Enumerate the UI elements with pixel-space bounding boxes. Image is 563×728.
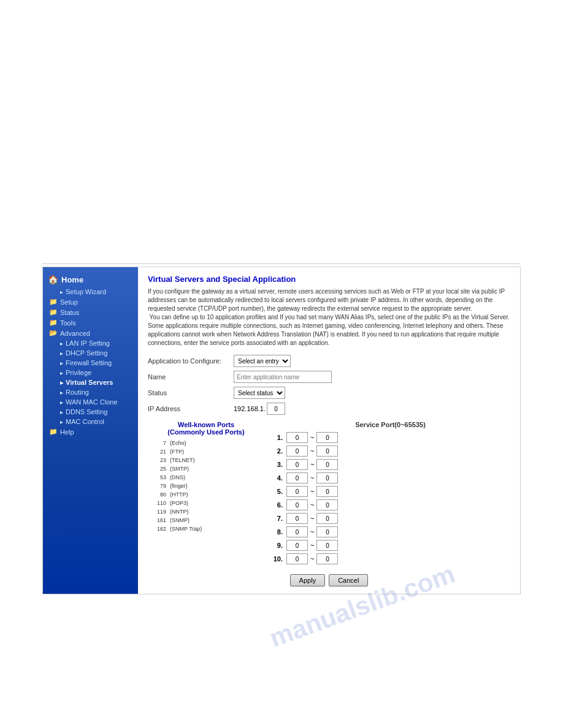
arrow-icon: ▸ <box>60 409 63 415</box>
port-to-input[interactable] <box>316 540 338 551</box>
port-number: 161 <box>149 517 167 524</box>
port-from-input[interactable] <box>286 540 308 551</box>
port-name: (FTP) <box>169 448 263 455</box>
name-row: Name <box>148 371 510 383</box>
well-known-row: 119(NNTP) <box>149 508 263 515</box>
app-configure-row: Application to Configure: Select an entr… <box>148 355 510 367</box>
port-to-input[interactable] <box>316 499 338 510</box>
sidebar-item-status[interactable]: 📁 Status <box>43 307 138 317</box>
sidebar-home[interactable]: 🏠 Home <box>43 272 138 287</box>
port-from-input[interactable] <box>286 553 308 564</box>
port-from-input[interactable] <box>286 472 308 483</box>
port-from-input[interactable] <box>286 459 308 470</box>
port-number: 53 <box>149 474 167 481</box>
port-from-input[interactable] <box>286 446 308 457</box>
name-input[interactable] <box>234 371 332 383</box>
port-from-input[interactable] <box>286 513 308 524</box>
page-title: Virtual Servers and Special Application <box>148 275 510 284</box>
sidebar-item-routing[interactable]: ▸ Routing <box>43 387 138 397</box>
sidebar-item-privilege[interactable]: ▸ Privilege <box>43 368 138 377</box>
port-row-num: 4. <box>270 474 283 482</box>
port-to-input[interactable] <box>316 459 338 470</box>
sidebar-item-advanced[interactable]: 📂 Advanced <box>43 328 138 338</box>
port-number: 7 <box>149 439 167 447</box>
app-configure-select[interactable]: Select an entry <box>234 355 291 367</box>
port-number: 25 <box>149 465 167 472</box>
sidebar-item-label: LAN IP Setting <box>66 339 110 347</box>
well-known-row: 80(HTTP) <box>149 491 263 498</box>
port-name: (TELNET) <box>169 457 263 464</box>
well-known-row: 21(FTP) <box>149 448 263 455</box>
port-rows-container: 1. ~ 2. ~ 3. ~ 4. ~ 5. ~ 6. ~ 7. ~ 8. ~ <box>270 432 510 564</box>
port-row-num: 1. <box>270 434 283 441</box>
sidebar-item-label: Advanced <box>60 330 90 337</box>
sidebar-item-lan-ip[interactable]: ▸ LAN IP Setting <box>43 338 138 348</box>
port-name: (SMTP) <box>169 465 263 472</box>
port-to-input[interactable] <box>316 446 338 457</box>
port-name: (Echo) <box>169 439 263 447</box>
port-separator: ~ <box>310 542 314 549</box>
sidebar-item-setup-wizard[interactable]: ▸ Setup Wizard <box>43 287 138 297</box>
well-known-row: 162(SNMP Trap) <box>149 525 263 533</box>
cancel-button[interactable]: Cancel <box>329 574 368 586</box>
port-from-input[interactable] <box>286 486 308 497</box>
port-from-input[interactable] <box>286 526 308 537</box>
ip-last-octet-input[interactable] <box>267 403 285 415</box>
name-label: Name <box>148 373 234 381</box>
folder-open-icon: 📂 <box>49 329 58 337</box>
sidebar-item-tools[interactable]: 📁 Tools <box>43 317 138 328</box>
well-known-row: 23(TELNET) <box>149 457 263 464</box>
status-select[interactable]: Select status <box>234 387 285 399</box>
port-row-num: 5. <box>270 488 283 495</box>
port-to-input[interactable] <box>316 526 338 537</box>
arrow-icon: ▸ <box>60 340 63 347</box>
port-row-num: 10. <box>270 555 283 563</box>
ip-address-row: IP Address 192.168.1. <box>148 403 510 415</box>
port-name: (SNMP Trap) <box>169 525 263 533</box>
app-configure-select-wrap: Select an entry <box>234 355 510 367</box>
port-row: 10. ~ <box>270 553 510 564</box>
sidebar-item-firewall[interactable]: ▸ Firewall Setting <box>43 358 138 368</box>
port-row: 3. ~ <box>270 459 510 470</box>
port-row: 1. ~ <box>270 432 510 443</box>
port-row-num: 8. <box>270 528 283 536</box>
port-separator: ~ <box>310 515 314 522</box>
well-known-row: 161(SNMP) <box>149 517 263 524</box>
sidebar-item-ddns[interactable]: ▸ DDNS Setting <box>43 407 138 417</box>
port-separator: ~ <box>310 461 314 468</box>
sidebar-item-label: DDNS Setting <box>66 408 107 415</box>
well-known-row: 25(SMTP) <box>149 465 263 472</box>
sidebar-item-dhcp[interactable]: ▸ DHCP Setting <box>43 348 138 358</box>
port-number: 80 <box>149 491 167 498</box>
well-known-row: 53(DNS) <box>149 474 263 481</box>
port-name: (HTTP) <box>169 491 263 498</box>
port-row-num: 3. <box>270 461 283 468</box>
sidebar: 🏠 Home ▸ Setup Wizard 📁 Setup 📁 Status 📁 <box>43 267 138 594</box>
port-from-input[interactable] <box>286 432 308 443</box>
sidebar-item-label: Help <box>60 428 74 436</box>
port-number: 21 <box>149 448 167 455</box>
port-to-input[interactable] <box>316 553 338 564</box>
app-configure-label: Application to Configure: <box>148 357 234 365</box>
port-number: 79 <box>149 482 167 490</box>
sidebar-item-label: WAN MAC Clone <box>66 398 118 406</box>
port-row: 2. ~ <box>270 446 510 457</box>
port-name: (DNS) <box>169 474 263 481</box>
port-to-input[interactable] <box>316 472 338 483</box>
sidebar-item-help[interactable]: 📁 Help <box>43 427 138 437</box>
port-row: 8. ~ <box>270 526 510 537</box>
sidebar-item-virtual-servers[interactable]: ▸ Virtual Servers <box>43 377 138 387</box>
port-number: 119 <box>149 508 167 515</box>
port-to-input[interactable] <box>316 432 338 443</box>
arrow-icon: ▸ <box>60 360 63 366</box>
port-to-input[interactable] <box>316 486 338 497</box>
port-to-input[interactable] <box>316 513 338 524</box>
sidebar-item-wan-mac[interactable]: ▸ WAN MAC Clone <box>43 397 138 407</box>
apply-button[interactable]: Apply <box>290 574 326 586</box>
port-from-input[interactable] <box>286 499 308 510</box>
folder-icon: 📁 <box>49 319 58 327</box>
service-ports-box: Service Port(0~65535) 1. ~ 2. ~ 3. ~ 4. … <box>270 421 510 567</box>
sidebar-item-mac-control[interactable]: ▸ MAC Control <box>43 417 138 427</box>
sidebar-item-setup[interactable]: 📁 Setup <box>43 297 138 307</box>
sidebar-item-label: MAC Control <box>66 418 104 425</box>
